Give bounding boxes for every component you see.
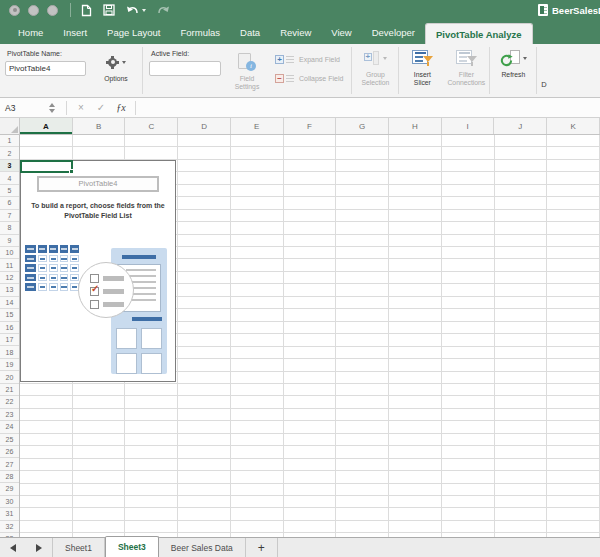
active-field-group: Active Field: i FieldSettings + Expand F… [144,44,350,97]
group-selection-caret-icon[interactable] [383,57,387,60]
redo-icon [157,5,170,16]
refresh-button[interactable]: Refresh [491,44,535,97]
row-header-31[interactable]: 31 [0,508,19,520]
row-header-24[interactable]: 24 [0,421,19,433]
filter-connections-button[interactable]: FilterConnections [444,44,488,97]
stepper-up-icon[interactable] [49,103,55,107]
column-header-j[interactable]: J [494,118,547,134]
sheet-tab-sheet3[interactable]: Sheet3 [105,536,159,557]
row-header-30[interactable]: 30 [0,496,19,508]
column-header-c[interactable]: C [125,118,178,134]
row-header-17[interactable]: 17 [0,334,19,346]
field-settings-button[interactable]: i FieldSettings [225,48,269,91]
collapse-field-button[interactable]: − Collapse Field [275,72,343,85]
prev-sheet-button[interactable] [0,538,26,557]
name-box-stepper[interactable] [46,103,58,113]
column-header-a[interactable]: A [20,118,73,134]
ribbon-tab-view[interactable]: View [321,20,361,44]
add-sheet-button[interactable]: + [246,538,278,557]
undo-button[interactable] [126,5,146,16]
cancel-icon[interactable]: × [71,102,91,113]
formula-input[interactable] [140,98,600,117]
sheet-tab-beer-sales-data[interactable]: Beer Sales Data [159,538,246,557]
cells-area[interactable]: PivotTable4 To build a report, choose fi… [20,135,600,537]
ribbon-tab-home[interactable]: Home [8,20,53,44]
new-workbook-button[interactable] [81,4,92,17]
row-header-13[interactable]: 13 [0,284,19,296]
row-header-25[interactable]: 25 [0,434,19,446]
row-header-2[interactable]: 2 [0,147,19,159]
checkbox-icon [90,274,99,283]
column-header-h[interactable]: H [389,118,442,134]
row-header-15[interactable]: 15 [0,309,19,321]
next-sheet-button[interactable] [26,538,52,557]
row-header-4[interactable]: 4 [0,172,19,184]
clipped-ribbon-button[interactable]: D [538,44,548,97]
row-header-23[interactable]: 23 [0,409,19,421]
ribbon-tab-insert[interactable]: Insert [53,20,97,44]
column-header-k[interactable]: K [547,118,600,134]
column-header-b[interactable]: B [73,118,126,134]
expand-field-button[interactable]: + Expand Field [275,53,343,66]
refresh-caret-icon[interactable] [523,57,527,60]
row-header-7[interactable]: 7 [0,210,19,222]
gear-icon [108,58,117,67]
row-header-22[interactable]: 22 [0,396,19,408]
row-header-9[interactable]: 9 [0,235,19,247]
row-header-3[interactable]: 3 [0,160,19,172]
row-header-5[interactable]: 5 [0,185,19,197]
close-window-button[interactable] [9,5,20,16]
save-button[interactable] [103,4,115,16]
ribbon-tab-review[interactable]: Review [270,20,321,44]
checkmark-icon: ✓ [91,283,99,294]
stepper-down-icon[interactable] [49,109,55,113]
ribbon-tab-formulas[interactable]: Formulas [170,20,230,44]
row-header-14[interactable]: 14 [0,297,19,309]
row-header-28[interactable]: 28 [0,471,19,483]
enter-icon[interactable]: ✓ [91,102,111,113]
row-header-8[interactable]: 8 [0,222,19,234]
row-header-21[interactable]: 21 [0,384,19,396]
ribbon-tab-data[interactable]: Data [230,20,270,44]
ribbon-tab-page-layout[interactable]: Page Layout [97,20,170,44]
column-header-f[interactable]: F [284,118,337,134]
sheet-tab-sheet1[interactable]: Sheet1 [52,538,105,557]
name-box[interactable]: A3 [0,103,46,113]
undo-caret-icon[interactable] [142,9,146,12]
checkbox-icon: ✓ [90,287,99,296]
row-header-29[interactable]: 29 [0,483,19,495]
row-header-1[interactable]: 1 [0,135,19,147]
options-caret-icon[interactable] [122,61,126,64]
expand-field-label: Expand Field [299,56,340,63]
row-header-11[interactable]: 11 [0,259,19,271]
column-header-g[interactable]: G [336,118,389,134]
row-header-27[interactable]: 27 [0,458,19,470]
zoom-window-button[interactable] [47,5,58,16]
column-header-d[interactable]: D [178,118,231,134]
pivot-name-input[interactable] [5,61,86,76]
row-header-16[interactable]: 16 [0,322,19,334]
pivot-placeholder: PivotTable4 To build a report, choose fi… [20,160,176,382]
row-header-18[interactable]: 18 [0,346,19,358]
select-all-button[interactable] [0,118,20,134]
group-selection-button[interactable]: + GroupSelection [353,44,397,97]
options-button[interactable]: Options [94,48,138,83]
ribbon-tab-pivottable-analyze[interactable]: PivotTable Analyze [425,23,533,44]
row-header-12[interactable]: 12 [0,272,19,284]
selected-cell[interactable] [20,160,73,173]
column-header-i[interactable]: I [442,118,495,134]
row-header-20[interactable]: 20 [0,371,19,383]
row-header-10[interactable]: 10 [0,247,19,259]
row-header-6[interactable]: 6 [0,197,19,209]
row-header-19[interactable]: 19 [0,359,19,371]
redo-button[interactable] [157,5,170,16]
ribbon-tab-developer[interactable]: Developer [362,20,425,44]
row-header-26[interactable]: 26 [0,446,19,458]
row-header-32[interactable]: 32 [0,521,19,533]
insert-slicer-button[interactable]: InsertSlicer [400,44,444,97]
minimize-window-button[interactable] [28,5,39,16]
fill-handle[interactable] [69,169,74,174]
active-field-input[interactable] [149,61,221,76]
insert-function-icon[interactable]: ƒx [111,102,131,113]
column-header-e[interactable]: E [231,118,284,134]
